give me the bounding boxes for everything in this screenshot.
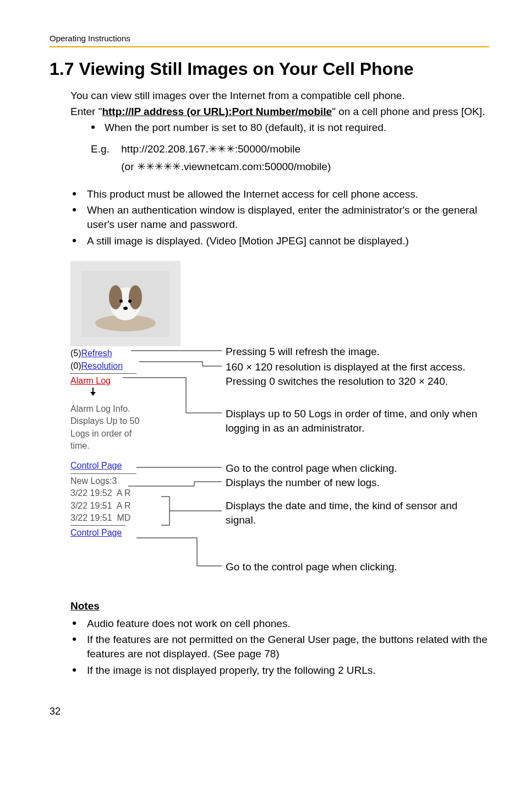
- callout-control-bottom: Go to the control page when clicking.: [226, 560, 397, 574]
- running-header: Operating Instructions: [50, 33, 489, 44]
- camera-image-placeholder: [70, 261, 181, 346]
- intro-url: http://IP address (or URL):Port Number/m…: [102, 106, 332, 117]
- notes-list: Audio feature does not work on cell phon…: [70, 617, 489, 678]
- svg-point-5: [109, 285, 122, 309]
- alarm-info-2: Displays Up to 50: [70, 415, 181, 427]
- diagram: (5)Refresh (0)Resolution Alarm Log Alarm…: [70, 261, 489, 586]
- notes-block: Notes Audio feature does not work on cel…: [70, 599, 489, 677]
- callout-control-top: Go to the control page when clicking.: [226, 461, 397, 476]
- main-bullet-list: This product must be allowed the Interne…: [70, 187, 489, 248]
- log-row-1: 3/22 19:52 A R: [70, 487, 181, 499]
- note-2: If the features are not permitted on the…: [70, 633, 489, 661]
- note-3: If the image is not displayed properly, …: [70, 663, 489, 678]
- log-row-2: 3/22 19:51 A R: [70, 500, 181, 512]
- svg-point-6: [129, 285, 142, 309]
- control-page-link-bottom[interactable]: Control Page: [70, 528, 122, 537]
- intro-block: You can view still images over the Inter…: [70, 89, 489, 134]
- header-divider: [50, 46, 489, 47]
- phone-hr-3: [70, 525, 125, 526]
- callout-date-time: Displays the date and time, the kind of …: [226, 499, 490, 527]
- main-bullet-1: This product must be allowed the Interne…: [70, 187, 489, 201]
- notes-heading: Notes: [70, 599, 489, 613]
- note-1: Audio feature does not work on cell phon…: [70, 617, 489, 631]
- page-number: 32: [50, 705, 489, 718]
- phone-hr-2: [70, 473, 136, 474]
- alarm-log-link[interactable]: Alarm Log: [70, 376, 111, 385]
- phone-hr-1: [70, 373, 136, 374]
- intro-line-1: You can view still images over the Inter…: [70, 89, 489, 103]
- alarm-info-1: Alarm Log Info.: [70, 403, 181, 415]
- alarm-info-4: time.: [70, 440, 181, 452]
- dog-icon: [81, 271, 169, 337]
- callout-refresh: Pressing 5 will refresh the image.: [226, 345, 380, 359]
- page: Operating Instructions 1.7 Viewing Still…: [0, 0, 525, 740]
- example-line-2: (or ✳✳✳✳✳.viewnetcam.com:50000/mobile): [121, 160, 331, 174]
- svg-point-8: [128, 299, 132, 303]
- callout-alarm-log: Displays up to 50 Logs in order of time,…: [226, 407, 498, 435]
- example-block: E.g. http://202.208.167.✳✳✳:50000/mobile…: [91, 142, 489, 177]
- svg-point-9: [123, 307, 128, 310]
- phone-column: (5)Refresh (0)Resolution Alarm Log Alarm…: [70, 261, 181, 539]
- main-bullet-3: A still image is displayed. (Video [Moti…: [70, 234, 489, 248]
- intro-sub-bullet: When the port number is set to 80 (defau…: [91, 121, 489, 135]
- example-line-1: http://202.208.167.✳✳✳:50000/mobile: [121, 142, 331, 156]
- log-row-3: 3/22 19:51 MD: [70, 512, 181, 524]
- page-title: 1.7 Viewing Still Images on Your Cell Ph…: [50, 57, 489, 81]
- main-bullet-2: When an authentication window is display…: [70, 203, 489, 231]
- phone-text: (5)Refresh (0)Resolution Alarm Log Alarm…: [70, 347, 181, 539]
- alarm-info-3: Logs in order of: [70, 428, 181, 440]
- svg-point-7: [119, 299, 123, 303]
- resolution-link[interactable]: Resolution: [81, 361, 123, 370]
- control-page-link-top[interactable]: Control Page: [70, 461, 122, 470]
- arrow-down-icon: [92, 388, 94, 395]
- bullet-dot-icon: [91, 126, 95, 129]
- resolution-line: (0)Resolution: [70, 360, 181, 372]
- callout-resolution: 160 × 120 resolution is displayed at the…: [226, 360, 498, 388]
- refresh-link[interactable]: Refresh: [81, 348, 112, 358]
- refresh-line: (5)Refresh: [70, 347, 181, 359]
- callout-new-logs: Displays the number of new logs.: [226, 476, 380, 490]
- example-label: E.g.: [91, 142, 118, 156]
- intro-line-2: Enter "http://IP address (or URL):Port N…: [70, 105, 489, 119]
- new-logs: New Logs:3: [70, 475, 181, 487]
